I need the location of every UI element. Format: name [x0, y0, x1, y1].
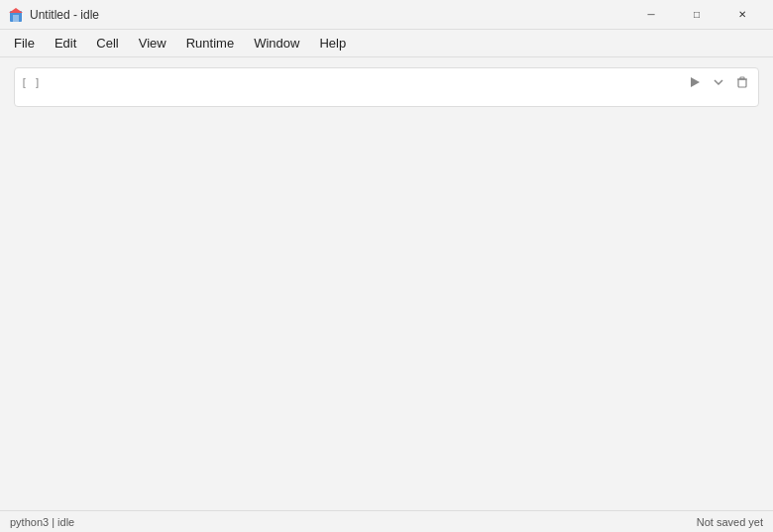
menu-item-cell[interactable]: Cell	[86, 32, 128, 54]
svg-marker-1	[9, 8, 23, 13]
status-bar: python3 | idle Not saved yet	[0, 510, 773, 532]
cell-0: [ ]	[14, 67, 759, 107]
menu-item-window[interactable]: Window	[244, 32, 309, 54]
cell-collapse-button[interactable]	[709, 74, 728, 90]
menu-item-runtime[interactable]: Runtime	[176, 32, 244, 54]
app-icon	[8, 7, 24, 23]
svg-rect-6	[740, 77, 744, 79]
title-bar-left: Untitled - idle	[8, 7, 99, 23]
cell-input-0[interactable]	[51, 72, 685, 100]
window-title: Untitled - idle	[30, 8, 99, 22]
minimize-button[interactable]: ─	[628, 0, 674, 30]
run-icon	[689, 76, 701, 88]
cell-index-0: [ ]	[21, 72, 51, 89]
status-right: Not saved yet	[697, 516, 763, 528]
menu-bar: FileEditCellViewRuntimeWindowHelp	[0, 30, 773, 57]
menu-item-file[interactable]: File	[4, 32, 45, 54]
cell-run-button[interactable]	[685, 74, 705, 90]
trash-icon	[736, 76, 748, 88]
maximize-button[interactable]: □	[674, 0, 719, 30]
close-button[interactable]: ✕	[719, 0, 765, 30]
menu-item-edit[interactable]: Edit	[45, 32, 86, 54]
svg-marker-3	[691, 77, 700, 87]
title-bar: Untitled - idle ─ □ ✕	[0, 0, 773, 30]
svg-rect-4	[738, 79, 746, 87]
menu-item-help[interactable]: Help	[309, 32, 356, 54]
cell-actions-0	[685, 72, 752, 90]
svg-rect-2	[13, 15, 19, 22]
cell-delete-button[interactable]	[732, 74, 752, 90]
main-content: [ ]	[0, 57, 773, 510]
menu-item-view[interactable]: View	[129, 32, 176, 54]
window-controls[interactable]: ─ □ ✕	[628, 0, 765, 30]
chevron-down-icon	[713, 76, 724, 88]
status-left: python3 | idle	[10, 516, 74, 528]
